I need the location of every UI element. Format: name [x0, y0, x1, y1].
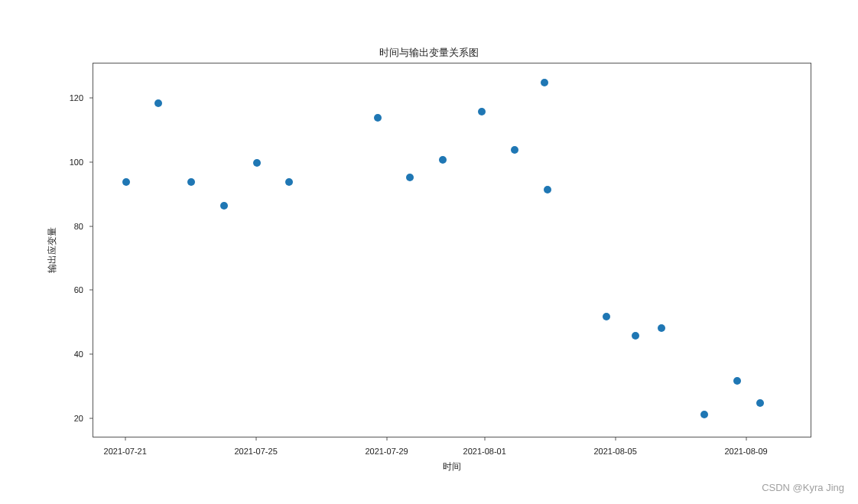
data-point	[700, 411, 708, 418]
chart-title: 时间与输出变量关系图	[379, 46, 479, 60]
y-tick-label: 60	[74, 285, 83, 294]
y-tick-mark	[89, 354, 93, 355]
x-tick-mark	[386, 437, 387, 441]
x-tick-mark	[484, 437, 485, 441]
x-tick-label: 2021-08-01	[463, 447, 506, 456]
x-tick-mark	[255, 437, 256, 441]
data-point	[154, 99, 162, 107]
x-tick-label: 2021-07-29	[365, 447, 408, 456]
data-point	[756, 399, 764, 407]
x-tick-label: 2021-08-05	[593, 447, 636, 456]
x-tick-mark	[746, 437, 746, 441]
y-tick-mark	[89, 290, 93, 291]
y-tick-label: 100	[70, 158, 83, 167]
plot-area	[93, 63, 811, 437]
data-point	[658, 324, 665, 332]
y-tick-label: 120	[70, 93, 83, 102]
x-tick-mark	[125, 437, 125, 441]
data-point	[285, 178, 293, 186]
data-point	[122, 178, 130, 186]
y-tick-mark	[89, 161, 93, 162]
data-point	[220, 202, 228, 210]
data-point	[374, 114, 382, 122]
x-tick-label: 2021-08-09	[724, 447, 767, 456]
data-point	[253, 159, 261, 167]
y-ticks: 20406080100120	[0, 63, 93, 437]
y-tick-mark	[89, 418, 93, 418]
watermark: CSDN @Kyra Jing	[762, 482, 844, 493]
x-ticks: 2021-07-212021-07-252021-07-292021-08-01…	[93, 437, 811, 468]
y-tick-label: 40	[74, 350, 83, 359]
y-tick-label: 20	[74, 414, 83, 423]
y-tick-label: 80	[74, 222, 83, 231]
data-point	[603, 313, 610, 320]
data-point	[187, 178, 195, 186]
data-point	[544, 186, 551, 193]
data-point	[541, 79, 548, 86]
data-point	[439, 156, 447, 164]
data-point	[478, 108, 486, 115]
x-tick-label: 2021-07-25	[234, 447, 277, 456]
data-point	[733, 377, 741, 385]
data-point	[632, 332, 639, 340]
y-tick-mark	[89, 226, 93, 226]
x-tick-label: 2021-07-21	[104, 447, 147, 456]
x-tick-mark	[615, 437, 616, 441]
chart-container: 时间与输出变量关系图 输出应变量 时间 20406080100120 2021-…	[0, 0, 858, 504]
y-tick-mark	[89, 98, 93, 99]
data-point	[511, 146, 518, 154]
data-point	[406, 174, 414, 181]
